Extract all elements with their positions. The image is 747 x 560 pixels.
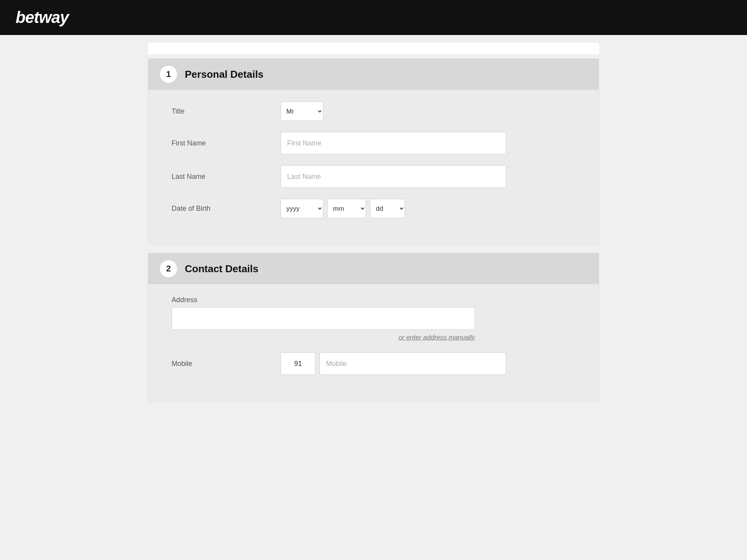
address-input[interactable] [172, 307, 475, 330]
contact-details-body: Address or enter address manually Mobile [148, 284, 599, 401]
dob-label: Date of Birth [172, 205, 281, 213]
last-name-control [281, 165, 506, 188]
top-bar [148, 43, 599, 54]
first-name-input[interactable] [281, 132, 506, 154]
header: betway [0, 0, 747, 35]
title-label: Title [172, 107, 281, 116]
contact-details-title: Contact Details [185, 263, 258, 275]
first-name-row: First Name [172, 132, 575, 154]
manual-address-link[interactable]: or enter address manually [172, 334, 475, 341]
content-wrapper: 1 Personal Details Title Mr Mrs Miss Ms … [148, 35, 599, 425]
dob-control: yyyy mm dd [281, 199, 506, 218]
first-name-label: First Name [172, 139, 281, 147]
contact-details-section: 2 Contact Details Address or enter addre… [148, 253, 599, 402]
address-row: Address or enter address manually [172, 296, 575, 341]
last-name-input[interactable] [281, 165, 506, 188]
dob-selects: yyyy mm dd [281, 199, 506, 218]
dob-month-select[interactable]: mm [327, 199, 366, 218]
first-name-control [281, 132, 506, 154]
contact-details-header: 2 Contact Details [148, 253, 599, 284]
last-name-label: Last Name [172, 173, 281, 181]
section-2-number: 2 [160, 260, 177, 277]
personal-details-header: 1 Personal Details [148, 59, 599, 90]
mobile-code-input[interactable] [281, 352, 316, 375]
mobile-group [281, 352, 506, 375]
personal-details-section: 1 Personal Details Title Mr Mrs Miss Ms … [148, 58, 599, 245]
last-name-row: Last Name [172, 165, 575, 188]
dob-row: Date of Birth yyyy mm dd [172, 199, 575, 218]
title-row: Title Mr Mrs Miss Ms Dr [172, 102, 575, 121]
dob-year-select[interactable]: yyyy [281, 199, 323, 218]
mobile-label: Mobile [172, 360, 281, 368]
logo: betway [16, 8, 68, 27]
mobile-row: Mobile [172, 352, 575, 375]
section-1-number: 1 [160, 66, 177, 83]
personal-details-title: Personal Details [185, 68, 263, 80]
dob-day-select[interactable]: dd [370, 199, 405, 218]
mobile-control [281, 352, 506, 375]
address-label: Address [172, 296, 197, 304]
personal-details-body: Title Mr Mrs Miss Ms Dr First Name [148, 90, 599, 245]
title-select[interactable]: Mr Mrs Miss Ms Dr [281, 102, 323, 121]
mobile-number-input[interactable] [319, 352, 506, 375]
title-control: Mr Mrs Miss Ms Dr [281, 102, 506, 121]
